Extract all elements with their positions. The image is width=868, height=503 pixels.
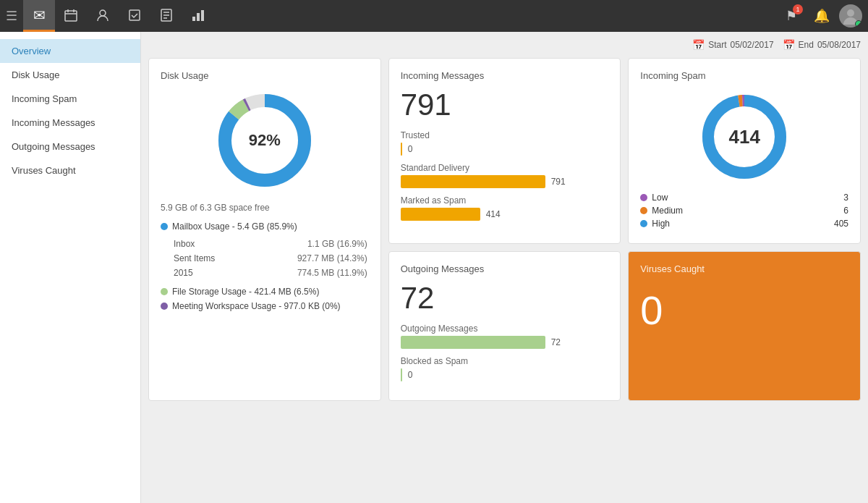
high-legend-row: High 405	[640, 219, 848, 229]
spam-bar	[401, 208, 480, 221]
sidebar-item-disk-usage[interactable]: Disk Usage	[0, 63, 140, 87]
avatar[interactable]	[839, 4, 862, 28]
disk-usage-title: Disk Usage	[161, 70, 369, 81]
viruses-caught-total: 0	[640, 290, 848, 331]
svg-rect-5	[129, 10, 140, 20]
year-value: 774.5 MB (11.9%)	[251, 266, 367, 279]
disk-legend: Mailbox Usage - 5.4 GB (85.9%) Inbox 1.1…	[161, 221, 369, 311]
incoming-messages-card: Incoming Messages 791 Trusted 0 Standard…	[388, 58, 621, 244]
outgoing-value: 72	[551, 337, 561, 347]
nav-notes[interactable]	[150, 0, 182, 32]
svg-point-13	[847, 9, 854, 17]
sent-items-label: Sent Items	[162, 252, 250, 265]
end-label: End	[799, 40, 814, 50]
svg-rect-10	[192, 17, 195, 21]
start-date: 📅 Start 05/02/2017	[692, 39, 773, 51]
table-row: 2015 774.5 MB (11.9%)	[162, 266, 367, 279]
incoming-spam-title: Incoming Spam	[640, 70, 848, 81]
medium-label: Medium	[652, 206, 683, 216]
low-value: 3	[843, 193, 848, 203]
nav-tasks[interactable]	[119, 0, 150, 32]
file-storage-legend: File Storage Usage - 421.4 MB (6.5%)	[161, 287, 369, 297]
medium-legend-row: Medium 6	[640, 206, 848, 216]
blocked-value: 0	[408, 370, 413, 380]
nav-calendar[interactable]	[55, 0, 87, 32]
meeting-dot	[161, 303, 168, 310]
medium-value: 6	[843, 206, 848, 216]
sent-items-value: 927.7 MB (14.3%)	[251, 252, 367, 265]
table-row: Inbox 1.1 GB (16.9%)	[162, 237, 367, 250]
meeting-legend: Meeting Workspace Usage - 977.0 KB (0%)	[161, 301, 369, 311]
calendar-icon-start: 📅	[692, 39, 705, 51]
high-label: High	[652, 219, 670, 229]
hamburger-button[interactable]: ☰	[6, 8, 17, 24]
standard-delivery-stat: Standard Delivery 791	[401, 163, 609, 188]
nav-right: ⚑ 1 🔔	[778, 3, 862, 29]
trusted-value: 0	[408, 144, 413, 154]
mailbox-label: Mailbox Usage - 5.4 GB (85.9%)	[172, 221, 297, 232]
nav-mail[interactable]: ✉	[23, 0, 55, 32]
outgoing-stat: Outgoing Messages 72	[401, 324, 609, 349]
outgoing-messages-card: Outgoing Messages 72 Outgoing Messages 7…	[388, 251, 621, 401]
medium-dot	[640, 207, 647, 214]
svg-rect-12	[201, 10, 204, 21]
content: 📅 Start 05/02/2017 📅 End 05/08/2017 Disk…	[141, 32, 868, 503]
incoming-messages-title: Incoming Messages	[401, 70, 609, 81]
trusted-bar	[401, 143, 402, 156]
outgoing-label: Outgoing Messages	[401, 324, 609, 334]
spam-total: 414	[728, 126, 760, 148]
file-storage-label: File Storage Usage - 421.4 MB (6.5%)	[172, 287, 319, 297]
sidebar-item-incoming-messages[interactable]: Incoming Messages	[0, 111, 140, 135]
trusted-label: Trusted	[401, 130, 609, 140]
svg-point-4	[100, 10, 106, 16]
disk-usage-card: Disk Usage 92%	[148, 58, 381, 401]
nav-charts[interactable]	[182, 0, 214, 32]
spam-label: Marked as Spam	[401, 195, 609, 206]
disk-sub-table: Inbox 1.1 GB (16.9%) Sent Items 927.7 MB…	[161, 236, 369, 281]
sidebar-item-outgoing-messages[interactable]: Outgoing Messages	[0, 135, 140, 158]
incoming-spam-card: Incoming Spam 414	[628, 58, 861, 244]
trusted-stat: Trusted 0	[401, 130, 609, 156]
spam-value: 414	[486, 209, 501, 219]
high-value: 405	[834, 219, 848, 229]
svg-rect-11	[197, 13, 200, 21]
viruses-caught-card: Viruses Caught 0	[628, 251, 861, 401]
outgoing-messages-total: 72	[401, 283, 609, 313]
sidebar-item-incoming-spam[interactable]: Incoming Spam	[0, 87, 140, 111]
year-label: 2015	[162, 266, 250, 279]
flag-button[interactable]: ⚑ 1	[778, 3, 804, 29]
end-value[interactable]: 05/08/2017	[817, 40, 861, 50]
disk-donut-container: 92%	[161, 90, 369, 191]
sidebar-item-overview[interactable]: Overview	[0, 39, 140, 63]
notifications-button[interactable]: 🔔	[809, 3, 835, 29]
marked-spam-stat: Marked as Spam 414	[401, 195, 609, 221]
blocked-bar	[401, 368, 402, 381]
sidebar-item-viruses-caught[interactable]: Viruses Caught	[0, 158, 140, 182]
high-dot	[640, 220, 647, 227]
low-label: Low	[652, 193, 668, 203]
sidebar: Overview Disk Usage Incoming Spam Incomi…	[0, 32, 141, 503]
standard-value: 791	[551, 177, 566, 187]
svg-rect-0	[65, 11, 77, 21]
cards-grid: Disk Usage 92%	[148, 58, 861, 401]
standard-bar	[401, 175, 545, 188]
inbox-value: 1.1 GB (16.9%)	[251, 237, 367, 250]
start-value[interactable]: 05/02/2017	[731, 40, 774, 50]
outgoing-bar	[401, 336, 545, 349]
main-container: Overview Disk Usage Incoming Spam Incomi…	[0, 32, 868, 503]
nav-icons: ✉	[23, 0, 778, 32]
date-bar: 📅 Start 05/02/2017 📅 End 05/08/2017	[148, 39, 861, 51]
viruses-caught-title: Viruses Caught	[640, 263, 848, 274]
standard-label: Standard Delivery	[401, 163, 609, 173]
flag-badge: 1	[793, 4, 803, 14]
spam-legend: Low 3 Medium 6 High	[640, 193, 848, 229]
meeting-label: Meeting Workspace Usage - 977.0 KB (0%)	[172, 301, 341, 311]
end-date: 📅 End 05/08/2017	[783, 39, 861, 51]
low-legend-row: Low 3	[640, 193, 848, 203]
mailbox-dot	[161, 223, 168, 230]
inbox-label: Inbox	[162, 237, 250, 250]
disk-percent: 92%	[249, 131, 281, 150]
nav-contacts[interactable]	[87, 0, 119, 32]
table-row: Sent Items 927.7 MB (14.3%)	[162, 252, 367, 265]
low-dot	[640, 194, 647, 201]
